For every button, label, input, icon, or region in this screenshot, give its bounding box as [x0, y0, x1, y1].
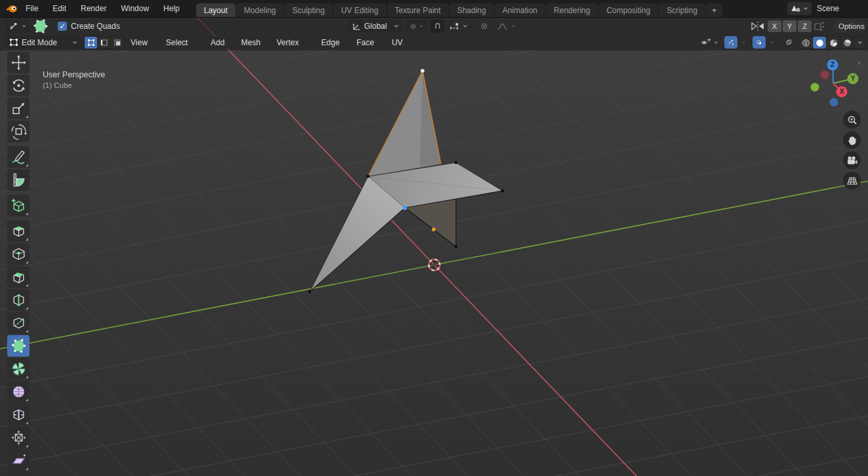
- pivot-point-dropdown[interactable]: [406, 20, 427, 33]
- tool-corner-indicator: [26, 307, 28, 309]
- tab-animation[interactable]: Animation: [495, 3, 545, 17]
- tool-loop-cut[interactable]: [7, 289, 30, 311]
- mirror-icon[interactable]: [751, 21, 765, 34]
- menu-window[interactable]: Window: [114, 0, 156, 17]
- vertex-select-button[interactable]: [85, 37, 97, 49]
- tool-knife[interactable]: [7, 312, 30, 334]
- viewport-menu-vertex[interactable]: Vertex: [270, 36, 304, 49]
- visibility-eye-icon: [701, 38, 711, 47]
- gizmo-axis-neg-z[interactable]: [830, 98, 838, 107]
- snap-base-icon[interactable]: [814, 21, 825, 34]
- grid-icon: [847, 176, 858, 186]
- pan-button[interactable]: [843, 131, 861, 149]
- proportional-editing-toggle[interactable]: [477, 20, 491, 33]
- proportional-falloff-dropdown[interactable]: [493, 20, 520, 33]
- options-dropdown[interactable]: Options: [835, 20, 864, 33]
- tab-layout[interactable]: Layout: [196, 3, 236, 17]
- viewport-menu-edge[interactable]: Edge: [316, 36, 346, 49]
- scene-name[interactable]: Scene: [817, 4, 839, 13]
- tool-corner-indicator: [26, 445, 28, 447]
- xray-toggle[interactable]: [782, 36, 796, 49]
- create-quads-checkbox[interactable]: ✓: [58, 22, 67, 31]
- camera-view-button[interactable]: [843, 151, 861, 169]
- zoom-button[interactable]: [843, 111, 861, 129]
- menu-help[interactable]: Help: [156, 0, 187, 17]
- hover-vertex: [403, 206, 407, 210]
- mode-value: Edit Mode: [22, 38, 57, 47]
- mode-dropdown[interactable]: Edit Mode: [5, 36, 81, 49]
- proportional-icon: [481, 22, 487, 31]
- tab-uv-editing[interactable]: UV Editing: [333, 3, 386, 17]
- tab-scripting[interactable]: Scripting: [659, 3, 705, 17]
- scene-selector[interactable]: [787, 2, 812, 15]
- show-gizmo-toggle[interactable]: [724, 36, 737, 49]
- tab-shading[interactable]: Shading: [449, 3, 494, 17]
- tool-settings-bar: ✓ Create Quads Global: [0, 18, 868, 35]
- mirror-axis-y[interactable]: Y: [783, 20, 796, 32]
- hand-icon: [847, 135, 857, 146]
- tab-texture-paint[interactable]: Texture Paint: [387, 3, 449, 17]
- menu-render[interactable]: Render: [73, 0, 114, 17]
- tool-move[interactable]: [7, 52, 30, 73]
- face-select-button[interactable]: [111, 37, 123, 49]
- shading-dropdown[interactable]: [854, 37, 865, 49]
- snap-with-dropdown[interactable]: [445, 20, 472, 33]
- viewport-menu-face[interactable]: Face: [350, 36, 380, 49]
- mirror-axis-x[interactable]: X: [768, 20, 781, 32]
- add-workspace-button[interactable]: +: [706, 3, 723, 17]
- tool-rip-region[interactable]: [7, 473, 30, 476]
- viewport-3d[interactable]: ZYX ✓ Create Quads Global: [0, 17, 868, 476]
- viewport-menu-uv[interactable]: UV: [386, 36, 409, 49]
- object-visibility-dropdown[interactable]: [697, 36, 722, 49]
- active-object-label: (1) Cube: [43, 81, 72, 89]
- scene-canvas[interactable]: ZYX: [0, 18, 868, 476]
- rendered-shading-button[interactable]: [840, 37, 854, 49]
- tool-scale[interactable]: [7, 98, 30, 119]
- tab-modeling[interactable]: Modeling: [236, 3, 284, 17]
- tool-spin[interactable]: [7, 358, 30, 380]
- tool-transform[interactable]: [7, 121, 30, 142]
- magnet-icon: [434, 22, 441, 31]
- overlays-dropdown[interactable]: [766, 36, 777, 49]
- snap-toggle[interactable]: [430, 20, 445, 33]
- active-vertex: [421, 69, 424, 73]
- show-overlays-toggle[interactable]: [753, 36, 766, 49]
- tool-bevel[interactable]: [7, 266, 30, 288]
- viewport-menu-mesh[interactable]: Mesh: [236, 36, 266, 49]
- blender-logo-icon[interactable]: [5, 3, 18, 14]
- tool-smooth[interactable]: [7, 381, 30, 403]
- tool-settings-icon: [9, 22, 18, 31]
- menu-edit[interactable]: Edit: [45, 0, 73, 17]
- overlays-icon: [756, 38, 762, 47]
- tab-compositing[interactable]: Compositing: [598, 3, 658, 17]
- viewport-menu-view[interactable]: View: [125, 36, 154, 49]
- tab-sculpting[interactable]: Sculpting: [285, 3, 333, 17]
- gizmo-axis-neg-x[interactable]: [821, 71, 829, 79]
- wireframe-shading-button[interactable]: [799, 37, 812, 49]
- sidebar-collapse-arrow[interactable]: ‹: [858, 58, 861, 66]
- ortho-toggle-button[interactable]: [843, 172, 861, 189]
- tool-add-cube[interactable]: [7, 195, 30, 216]
- gizmo-axis-neg-y[interactable]: [811, 83, 819, 92]
- menu-file[interactable]: File: [18, 0, 45, 17]
- tool-measure[interactable]: [7, 169, 30, 191]
- tool-annotate[interactable]: [7, 146, 30, 168]
- tool-shear[interactable]: [7, 450, 30, 471]
- tool-shrink-fatten[interactable]: [7, 427, 30, 448]
- viewport-menu-select[interactable]: Select: [160, 36, 194, 49]
- tool-edge-slide[interactable]: [7, 404, 30, 426]
- edge-select-button[interactable]: [98, 37, 110, 49]
- tool-inset-faces[interactable]: [7, 243, 30, 265]
- gizmo-dropdown[interactable]: [738, 36, 749, 49]
- transform-orientation-dropdown[interactable]: Global: [348, 20, 403, 33]
- material-preview-button[interactable]: [827, 37, 840, 49]
- mirror-axis-z[interactable]: Z: [798, 20, 812, 32]
- tool-extrude-region[interactable]: [7, 220, 30, 242]
- vertex: [455, 245, 457, 248]
- tool-poly-build[interactable]: [7, 335, 30, 357]
- solid-shading-button[interactable]: [813, 37, 826, 49]
- active-tool-dropdown[interactable]: [5, 20, 30, 33]
- viewport-menu-add[interactable]: Add: [205, 36, 230, 49]
- tab-rendering[interactable]: Rendering: [546, 3, 598, 17]
- tool-rotate[interactable]: [7, 75, 30, 96]
